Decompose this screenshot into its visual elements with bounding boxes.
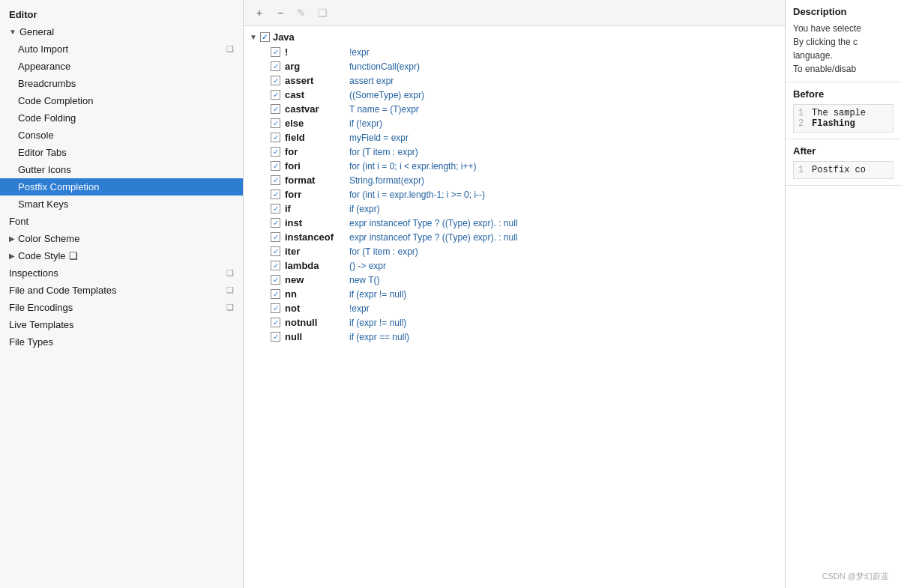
add-button[interactable]: + (251, 4, 268, 21)
sidebar-item-file-types[interactable]: File Types (0, 333, 243, 351)
template-checkbox[interactable] (271, 161, 280, 171)
template-row[interactable]: not!expr (244, 301, 785, 315)
template-row[interactable]: ifif (expr) (244, 201, 785, 216)
template-row[interactable]: instexpr instanceof Type ? ((Type) expr)… (244, 216, 785, 230)
template-desc: if (!expr) (349, 118, 382, 129)
group-checkbox[interactable] (260, 32, 270, 42)
before-code: 1 The sample 2 Flashing (793, 104, 894, 133)
template-checkbox[interactable] (271, 261, 280, 270)
template-desc: ((SomeType) expr) (349, 90, 424, 100)
template-desc: for (T item : expr) (349, 147, 418, 157)
sidebar: Editor ▼ General Auto Import ❑ Appearanc… (0, 0, 244, 588)
chevron-down-icon: ▼ (9, 28, 16, 36)
template-row[interactable]: !!expr (244, 45, 785, 59)
template-row[interactable]: nnif (expr != null) (244, 287, 785, 301)
template-desc: expr instanceof Type ? ((Type) expr). : … (349, 218, 518, 228)
template-checkbox[interactable] (271, 118, 280, 128)
template-checkbox[interactable] (271, 303, 280, 313)
template-abbr: lambda (285, 260, 345, 271)
sidebar-item-code-folding[interactable]: Code Folding (0, 109, 243, 127)
sidebar-item-smart-keys[interactable]: Smart Keys (0, 196, 243, 213)
template-checkbox[interactable] (271, 47, 280, 57)
template-row[interactable]: instanceofexpr instanceof Type ? ((Type)… (244, 230, 785, 244)
edit-button[interactable]: ✎ (293, 4, 310, 21)
sidebar-item-file-code-templates[interactable]: File and Code Templates ❑ (0, 282, 243, 299)
after-code: 1 Postfix co (793, 161, 894, 179)
sidebar-item-inspections[interactable]: Inspections ❑ (0, 264, 243, 282)
template-checkbox[interactable] (271, 332, 280, 342)
template-abbr: notnull (285, 317, 345, 328)
template-row[interactable]: iterfor (T item : expr) (244, 244, 785, 258)
sidebar-item-appearance[interactable]: Appearance (0, 58, 243, 75)
template-checkbox[interactable] (271, 275, 280, 285)
sidebar-item-file-encodings[interactable]: File Encodings ❑ (0, 299, 243, 316)
template-desc: for (T item : expr) (349, 246, 418, 257)
sidebar-item-general[interactable]: ▼ General (0, 23, 243, 40)
template-row[interactable]: cast((SomeType) expr) (244, 88, 785, 102)
template-checkbox[interactable] (271, 218, 280, 228)
template-checkbox[interactable] (271, 175, 280, 185)
template-desc: expr instanceof Type ? ((Type) expr). : … (349, 232, 518, 243)
template-checkbox[interactable] (271, 90, 280, 100)
copy-button[interactable]: ❑ (314, 4, 331, 21)
template-desc: !expr (349, 303, 370, 314)
template-row[interactable]: lambda() -> expr (244, 258, 785, 273)
description-title: Description (793, 6, 894, 17)
sidebar-item-code-completion[interactable]: Code Completion (0, 92, 243, 109)
template-checkbox[interactable] (271, 318, 280, 327)
template-row[interactable]: nullif (expr == null) (244, 330, 785, 344)
template-row[interactable]: forifor (int i = 0; i < expr.length; i++… (244, 159, 785, 173)
template-row[interactable]: elseif (!expr) (244, 116, 785, 130)
sidebar-item-font[interactable]: Font (0, 213, 243, 230)
gutter-icons-label: Gutter Icons (18, 164, 71, 175)
template-row[interactable]: assertassert expr (244, 73, 785, 88)
template-row[interactable]: formatString.format(expr) (244, 173, 785, 187)
sidebar-item-gutter-icons[interactable]: Gutter Icons (0, 161, 243, 178)
template-checkbox[interactable] (271, 147, 280, 157)
before-title: Before (793, 88, 894, 100)
template-checkbox[interactable] (271, 133, 280, 142)
sidebar-item-console[interactable]: Console (0, 127, 243, 144)
sidebar-item-breadcrumbs[interactable]: Breadcrumbs (0, 75, 243, 92)
remove-button[interactable]: − (272, 4, 289, 21)
sidebar-item-code-style[interactable]: ▶ Code Style ❑ (0, 247, 243, 264)
after-title: After (793, 145, 894, 157)
appearance-label: Appearance (18, 61, 70, 72)
template-checkbox[interactable] (271, 61, 280, 71)
sidebar-item-editor-tabs[interactable]: Editor Tabs (0, 144, 243, 161)
template-row[interactable]: notnullif (expr != null) (244, 315, 785, 330)
template-row[interactable]: forfor (T item : expr) (244, 145, 785, 159)
template-checkbox[interactable] (271, 76, 280, 85)
sidebar-item-color-scheme[interactable]: ▶ Color Scheme (0, 230, 243, 247)
template-checkbox[interactable] (271, 246, 280, 256)
template-checkbox[interactable] (271, 289, 280, 299)
template-abbr: new (285, 274, 345, 285)
template-desc: T name = (T)expr (349, 104, 419, 115)
sidebar-item-live-templates[interactable]: Live Templates (0, 316, 243, 333)
template-row[interactable]: castvarT name = (T)expr (244, 102, 785, 116)
template-abbr: castvar (285, 103, 345, 115)
template-row[interactable]: forrfor (int i = expr.length-1; i >= 0; … (244, 187, 785, 201)
sidebar-item-postfix-completion[interactable]: Postfix Completion (0, 178, 243, 196)
template-desc: !expr (349, 47, 370, 58)
template-checkbox[interactable] (271, 232, 280, 242)
template-row[interactable]: argfunctionCall(expr) (244, 59, 785, 73)
template-desc: () -> expr (349, 261, 386, 271)
template-row[interactable]: fieldmyField = expr (244, 130, 785, 145)
template-desc: if (expr) (349, 204, 380, 214)
group-chevron-icon: ▼ (250, 33, 257, 41)
template-row[interactable]: newnew T() (244, 273, 785, 287)
template-abbr: else (285, 118, 345, 129)
file-code-templates-label: File and Code Templates (9, 285, 117, 296)
template-checkbox[interactable] (271, 190, 280, 199)
group-java[interactable]: ▼ Java (244, 29, 785, 45)
sidebar-item-auto-import[interactable]: Auto Import ❑ (0, 40, 243, 58)
template-abbr: field (285, 132, 345, 143)
template-abbr: arg (285, 61, 345, 72)
template-abbr: cast (285, 89, 345, 100)
copy-icon4: ❑ (226, 285, 234, 295)
breadcrumbs-label: Breadcrumbs (18, 78, 76, 89)
template-checkbox[interactable] (271, 104, 280, 114)
before-section: Before 1 The sample 2 Flashing (786, 82, 901, 139)
template-checkbox[interactable] (271, 204, 280, 213)
